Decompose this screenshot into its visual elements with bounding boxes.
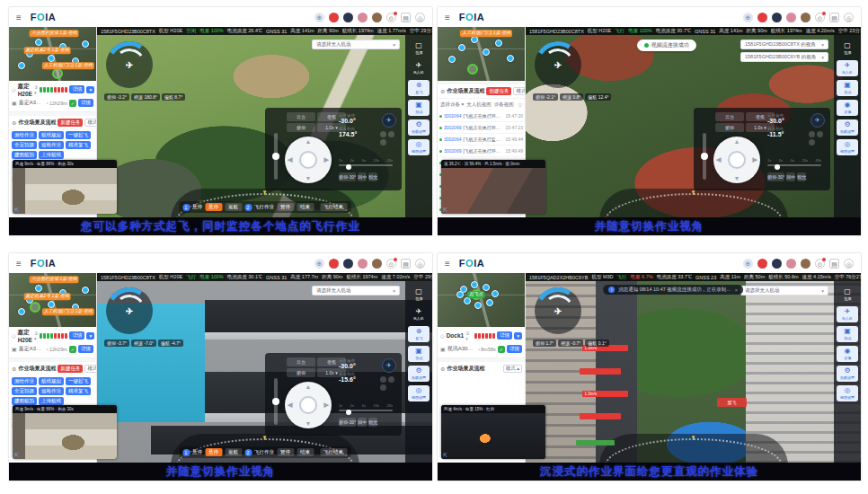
toolbar-button[interactable]: ⊕起飞	[408, 80, 430, 96]
gimbal-preset-button[interactable]: 俯仰-30°	[339, 172, 356, 181]
gimbal-button[interactable]: 俯仰	[715, 123, 744, 132]
pause-button[interactable]: 暂停	[277, 203, 294, 211]
toolbar-button[interactable]: ▣指点	[837, 326, 858, 342]
mode-toggle[interactable]: 模式 ▴	[513, 87, 526, 95]
return-button[interactable]: 返航	[225, 203, 242, 211]
topbar-icon[interactable]: ⊙	[386, 13, 396, 22]
topbar-icon[interactable]: ◎	[844, 259, 854, 269]
topbar-icon[interactable]	[372, 13, 382, 22]
device-detail-button[interactable]: 详情	[69, 85, 84, 93]
waypoint-dot[interactable]	[495, 40, 502, 47]
fpv-thumbnail[interactable]: 风速 4m/s · 电量 15% · 红外 ⇱	[441, 405, 545, 459]
device-detail-button[interactable]: 详情	[497, 331, 512, 340]
site-detail-button[interactable]: 详情	[78, 99, 93, 107]
notification-toast[interactable]: i消息通知 08/14 10:47 视频流连接成功，正在录制…×	[603, 285, 743, 295]
task-chip[interactable]: 建图航拍	[12, 151, 37, 159]
stop-button[interactable]: 结束	[297, 448, 314, 456]
topbar-icon[interactable]	[801, 259, 810, 269]
site-detail-button[interactable]: 详情	[507, 345, 522, 353]
gimbal-preset-button[interactable]: 朝北	[368, 418, 377, 427]
topbar-icon[interactable]: ◎	[415, 259, 425, 269]
dpad-control[interactable]: ▲ ▼ ◀ ▶	[713, 137, 760, 183]
site-row[interactable]: ▣ 嘉定A300人工机场 ◔12h29m ✓ 详情	[12, 96, 93, 110]
waypoint-dot[interactable]	[82, 287, 89, 294]
task-chip[interactable]: 测绘作业	[12, 131, 37, 139]
expand-icon[interactable]: ⇱	[443, 452, 447, 458]
mode-toggle[interactable]: 模式 ▴	[84, 365, 97, 373]
slider-knob[interactable]	[272, 398, 279, 405]
topbar-icon[interactable]	[358, 259, 368, 269]
preset-dots[interactable]	[380, 376, 398, 391]
waypoint-dot[interactable]	[492, 290, 499, 297]
dpad-center[interactable]	[299, 396, 317, 414]
new-task-button[interactable]: 创建任务	[486, 87, 511, 95]
close-icon[interactable]: ×	[735, 287, 738, 293]
toolbar-button[interactable]: ⚙负载设置	[837, 119, 858, 136]
mini-compass[interactable]: ✈	[382, 113, 396, 128]
toolbar-button[interactable]: ▢投屏	[837, 40, 858, 57]
site-row[interactable]: ▣ 嘉定A300人工机场 ◔12h29m ✓ 详情	[12, 342, 93, 356]
return-button[interactable]: 返航	[225, 448, 242, 456]
toolbar-button[interactable]: ◎视图设置	[408, 139, 430, 155]
dpad-right-icon[interactable]: ▶	[324, 401, 329, 409]
preset-dots[interactable]	[380, 131, 398, 146]
gimbal-preset-button[interactable]: 朝北	[797, 172, 806, 181]
device-more-button[interactable]: ▾	[514, 332, 522, 340]
toolbar-button[interactable]: ▢投屏	[408, 40, 430, 57]
gimbal-button[interactable]: 俯仰	[287, 368, 315, 377]
throttle-slider[interactable]	[703, 133, 706, 180]
toolbar-button[interactable]: ▢投屏	[408, 287, 430, 303]
device-count-dropdown[interactable]: ③ ▾	[34, 331, 38, 341]
mode-toggle[interactable]: 模式 ▴	[503, 365, 522, 373]
topbar-icon[interactable]: ⊕	[314, 13, 324, 22]
dpad-right-icon[interactable]: ▶	[753, 156, 757, 163]
topbar-icon[interactable]: ⊕	[743, 259, 753, 269]
topbar-icon[interactable]: ▤	[401, 13, 411, 22]
dpad-down-icon[interactable]: ▼	[734, 175, 740, 181]
task-chip[interactable]: 建图航拍	[12, 397, 37, 405]
toolbar-button[interactable]: ◎视图设置	[837, 139, 858, 155]
gimbal-preset-button[interactable]: 回中	[786, 172, 795, 181]
toolbar-button[interactable]: ◉录像	[837, 100, 858, 116]
device-more-button[interactable]: ▾	[86, 86, 94, 93]
device-count-dropdown[interactable]: ③ ▾	[465, 331, 473, 341]
menu-icon[interactable]: ≡	[16, 259, 22, 269]
topbar-icon[interactable]: ▤	[401, 259, 411, 269]
view-filter-2[interactable]: 设备视图	[494, 101, 514, 108]
waypoint-dot[interactable]	[483, 49, 490, 56]
toolbar-button[interactable]: ⚙负载设置	[408, 119, 430, 136]
waypoint-dot[interactable]	[35, 39, 42, 46]
toolbar-button[interactable]: ▣指点	[408, 100, 430, 116]
minimap[interactable]: 起飞点	[438, 273, 525, 327]
topbar-icon[interactable]: ⊙	[815, 259, 825, 269]
mini-compass[interactable]: ✈	[810, 113, 825, 128]
view-selector[interactable]: 1581F5GHD23B00C6YB 的视角▾	[740, 52, 828, 62]
minimap[interactable]: 六合围栏区域 1架·在线嘉定机巢2号 1架·在线人工机场(门口) 1架·在线	[9, 273, 96, 327]
preset-dots[interactable]	[809, 131, 827, 146]
dpad-right-icon[interactable]: ▶	[324, 156, 329, 163]
waypoint-dot[interactable]	[448, 56, 456, 63]
task-chip[interactable]: 全景拍摄	[12, 141, 37, 149]
device-detail-button[interactable]: 详情	[69, 331, 84, 340]
fpv-thumbnail[interactable]: 温 36.2℃ · 湿 56.4% · 风 1.5m/s · 雨 0mm ⇱	[441, 160, 545, 214]
dpad-left-icon[interactable]: ◀	[288, 156, 292, 163]
device-row[interactable]: ◇ Dock1 ③ ▾ 详情 ▾	[440, 329, 522, 342]
site-row[interactable]: ▣ 视讯A300机场 ◔8m58s ✓ 详情	[440, 342, 522, 356]
end-flight-button[interactable]: 飞行结束	[320, 448, 347, 456]
topbar-icon[interactable]	[343, 13, 353, 22]
waypoint-dot[interactable]	[464, 297, 471, 304]
dpad-control[interactable]: ▲ ▼ ◀ ▶	[285, 137, 332, 183]
menu-icon[interactable]: ≡	[445, 259, 450, 269]
view-filter[interactable]: 无人机视图	[466, 101, 492, 108]
task-chip[interactable]: 上传航线	[39, 397, 64, 405]
camera-viewport[interactable]: 1581F5GHD23B00C8TX机型 H20E飞行电量 100%电池温度 3…	[97, 273, 432, 463]
log-row[interactable]: 3002069 [飞机正在执行环绕监控任务] 15:47:23	[439, 122, 523, 134]
device-filter[interactable]: 选择设备 ▾	[440, 101, 464, 108]
mini-compass[interactable]: ✈	[382, 358, 396, 373]
device-row[interactable]: ◇ 嘉定H20E ③ ▾ 详情 ▾	[12, 329, 93, 342]
log-row[interactable]: 3002064 [飞机正在执行环绕监控指令] 15:47:20	[439, 110, 523, 122]
gimbal-preset-button[interactable]: 朝北	[368, 172, 377, 181]
task-chip[interactable]: 巡检作业	[39, 141, 64, 149]
topbar-icon[interactable]	[372, 259, 382, 269]
waypoint-dot[interactable]	[471, 281, 478, 288]
